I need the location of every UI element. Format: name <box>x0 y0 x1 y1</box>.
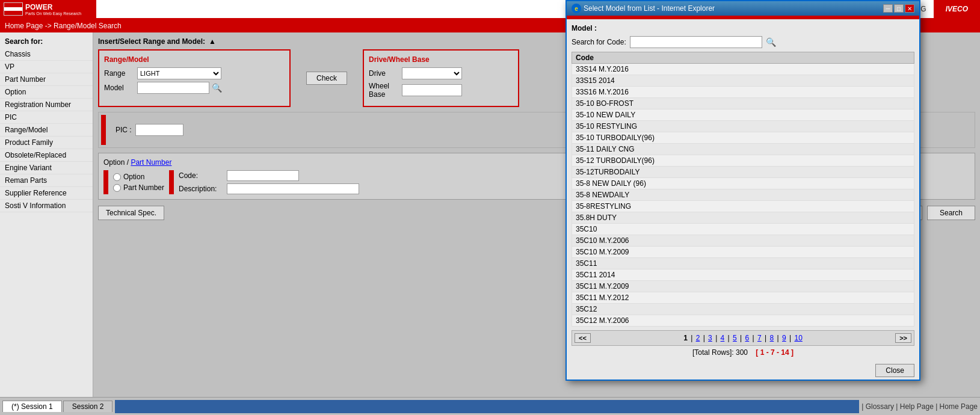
code-table: Code 33S14 M.Y.201633S15 201433S16 M.Y.2… <box>572 52 914 327</box>
sidebar-item-pic[interactable]: PIC <box>0 111 93 124</box>
sidebar-item-part-number[interactable]: Part Number <box>0 73 93 86</box>
sidebar-item-chassis[interactable]: Chassis <box>0 48 93 61</box>
part-number-link[interactable]: Part Number <box>131 158 171 167</box>
page-link[interactable]: 2 <box>696 334 700 342</box>
search-code-label: Search for Code: <box>572 38 626 46</box>
popup-restore-button[interactable]: □ <box>894 4 904 13</box>
sidebar-item-vp[interactable]: VP <box>0 61 93 73</box>
popup-minimize-button[interactable]: ─ <box>883 4 893 13</box>
popup-dialog: e Select Model from List - Internet Expl… <box>566 0 920 381</box>
range-select[interactable]: LIGHT <box>137 67 221 79</box>
table-row[interactable]: 35-11 DAILY CNG <box>572 144 914 155</box>
home-page-link[interactable]: | Home Page <box>935 402 978 411</box>
table-row[interactable]: 35C10 M.Y.2009 <box>572 247 914 258</box>
prev-page-button[interactable]: << <box>575 333 591 343</box>
sidebar: Search for: Chassis VP Part Number Optio… <box>0 32 93 397</box>
table-row[interactable]: 35-10 NEW DAILY <box>572 109 914 121</box>
option-radio[interactable] <box>113 173 121 181</box>
page-link[interactable]: 6 <box>745 334 750 342</box>
drive-wheel-title: Drive/Wheel Base <box>369 55 513 64</box>
iveco-logo: IVECO <box>934 0 980 19</box>
part-number-radio[interactable] <box>113 184 121 192</box>
table-row[interactable]: 35-10 TURBODAILY(96) <box>572 132 914 144</box>
table-row[interactable]: 35-8 NEW DAILY (96) <box>572 178 914 189</box>
page-link[interactable]: 9 <box>782 334 786 342</box>
sidebar-item-engine-variant[interactable]: Engine Variant <box>0 162 93 174</box>
page-separator: | <box>763 334 769 342</box>
wheelbase-label: Wheel Base <box>369 82 402 99</box>
sidebar-item-option[interactable]: Option <box>0 86 93 99</box>
logo-text: POWER <box>25 2 81 11</box>
table-row[interactable]: 33S14 M.Y.2016 <box>572 64 914 75</box>
check-button[interactable]: Check <box>306 72 347 85</box>
description-label: Description: <box>179 185 227 193</box>
page-link[interactable]: 3 <box>708 334 712 342</box>
range-model-title: Range/Model <box>104 55 285 64</box>
table-row[interactable]: 35C11 M.Y.2009 <box>572 281 914 292</box>
option-red-bar-left <box>103 170 108 194</box>
sidebar-item-obsolete-replaced[interactable]: Obsolete/Replaced <box>0 149 93 162</box>
total-rows-label: [Total Rows]: 300 <box>692 348 748 357</box>
sidebar-item-product-family[interactable]: Product Family <box>0 137 93 149</box>
table-row[interactable]: 33S15 2014 <box>572 75 914 87</box>
tech-spec-button[interactable]: Technical Spec. <box>98 206 164 220</box>
table-row[interactable]: 35-12 TURBODAILY(96) <box>572 155 914 167</box>
table-row[interactable]: 35C11 <box>572 258 914 269</box>
table-row[interactable]: 35-8 NEWDAILY <box>572 189 914 201</box>
table-row[interactable]: 35C12 <box>572 304 914 315</box>
table-row[interactable]: 35C11 2014 <box>572 269 914 281</box>
logo-sub: Parts On Web Easy Research <box>25 11 81 16</box>
model-input[interactable] <box>137 82 209 94</box>
help-page-link[interactable]: | Help Page <box>896 402 934 411</box>
table-row[interactable]: 35C10 M.Y.2006 <box>572 235 914 247</box>
page-separator: | <box>787 334 794 342</box>
sidebar-item-supplier-reference[interactable]: Supplier Reference <box>0 187 93 200</box>
footer-links: | Glossary | Help Page | Home Page <box>861 402 978 411</box>
table-row[interactable]: 35-8RESTYLING <box>572 201 914 212</box>
code-label: Code: <box>179 171 227 180</box>
table-row[interactable]: 35C10 <box>572 224 914 235</box>
search-button[interactable]: Search <box>927 206 975 220</box>
popup-close-btn[interactable]: Close <box>875 364 914 377</box>
session2-tab[interactable]: Session 2 <box>63 401 113 412</box>
search-code-input[interactable] <box>630 36 762 48</box>
table-row[interactable]: 35.8H DUTY <box>572 212 914 224</box>
page-link[interactable]: 10 <box>795 334 803 342</box>
table-row[interactable]: 35-12TURBODAILY <box>572 167 914 178</box>
row-range-label: [ 1 - 7 - 14 ] <box>756 348 794 357</box>
page-link[interactable]: 5 <box>733 334 737 342</box>
session1-tab[interactable]: (*) Session 1 <box>2 401 62 412</box>
table-row[interactable]: 33S16 M.Y.2016 <box>572 87 914 98</box>
sidebar-item-sosti-v[interactable]: Sosti V Information <box>0 200 93 212</box>
table-row[interactable]: 35-10 BO-FROST <box>572 98 914 109</box>
pic-input[interactable] <box>135 124 183 136</box>
popup-controls: ─ □ ✕ <box>883 4 914 13</box>
code-input[interactable] <box>227 170 299 181</box>
table-row[interactable]: 35-10 RESTYLING <box>572 121 914 132</box>
popup-model-label: Model : <box>572 24 914 32</box>
sidebar-item-reman-parts[interactable]: Reman Parts <box>0 174 93 187</box>
option-radio-group: Option Part Number <box>113 173 164 192</box>
section-arrow-icon: ▲ <box>209 37 216 46</box>
search-code-icon[interactable]: 🔍 <box>766 37 776 47</box>
glossary-link[interactable]: | Glossary <box>861 402 894 411</box>
drive-select[interactable] <box>402 67 462 79</box>
table-row[interactable]: 35C11 M.Y.2012 <box>572 292 914 304</box>
page-separator: | <box>689 334 695 342</box>
table-row[interactable]: 35C12 M.Y.2006 <box>572 315 914 327</box>
page-separator: | <box>775 334 781 342</box>
sidebar-item-range-model[interactable]: Range/Model <box>0 124 93 137</box>
description-input[interactable] <box>227 183 359 194</box>
popup-close-row: Close <box>567 361 919 380</box>
page-separator: | <box>738 334 744 342</box>
next-page-button[interactable]: >> <box>895 333 911 343</box>
page-link[interactable]: 7 <box>757 334 762 342</box>
page-separator: | <box>701 334 707 342</box>
wheelbase-input[interactable] <box>402 84 462 96</box>
page-link[interactable]: 8 <box>770 334 774 342</box>
popup-close-button[interactable]: ✕ <box>905 4 914 13</box>
page-separator: | <box>750 334 756 342</box>
sidebar-item-registration-number[interactable]: Registration Number <box>0 99 93 111</box>
model-search-icon[interactable]: 🔍 <box>212 83 222 93</box>
page-link[interactable]: 4 <box>721 334 725 342</box>
